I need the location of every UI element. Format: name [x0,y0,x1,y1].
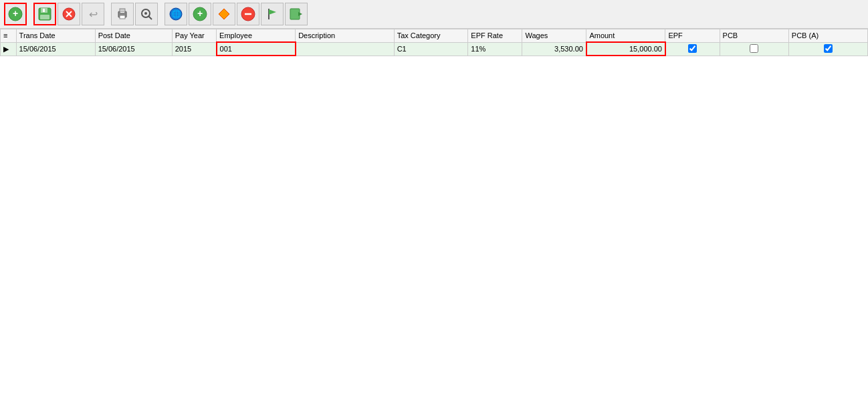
cell-epf[interactable] [665,42,720,56]
flag-button[interactable] [261,3,284,25]
exit-icon [289,7,304,21]
cell-employee[interactable]: 001 2 [217,42,296,56]
epf-checkbox[interactable] [688,44,697,53]
add-button-wrapper: 1 + [4,3,27,25]
svg-rect-12 [120,12,124,13]
cancel-icon [62,7,76,21]
refresh-button[interactable]: 🌐 [165,3,187,25]
col-header-description: Description [296,29,395,43]
svg-text:🌐: 🌐 [171,9,181,19]
svg-rect-10 [120,9,125,12]
spacer-btn-1 [28,3,32,25]
undo-button[interactable]: ↩ [82,3,104,25]
add2-icon: + [193,7,207,21]
data-table: ≡ Trans Date Post Date Pay Year Employee… [0,29,868,56]
col-header-post-date: Post Date [95,29,172,43]
wages-value: 3,530.00 [554,45,583,53]
cell-post-date: 15/06/2015 [95,42,172,56]
employee-value: 001 [220,45,232,53]
cell-trans-date: 15/06/2015 [16,42,95,56]
save-button[interactable] [33,3,56,25]
col-header-wages: Wages [522,29,586,43]
svg-line-14 [148,16,152,19]
svg-text:+: + [13,8,18,19]
col-header-amount: Amount [586,29,665,43]
col-header-tax-category: Tax Category [394,29,468,43]
svg-rect-4 [43,9,45,12]
cell-description [296,42,395,56]
col-header-employee: Employee [217,29,296,43]
trans-date-value: 15/06/2015 [19,45,56,53]
svg-point-15 [144,12,147,15]
preview-icon [140,7,153,21]
save-icon [37,7,52,21]
cell-amount[interactable]: 15,000.00 3 [586,42,665,56]
col-header-pcb: PCB [720,29,788,43]
refresh-icon: 🌐 [169,7,183,21]
col-header-pcba: PCB (A) [788,29,867,43]
row-indicator: ▶ [1,42,17,56]
table-header-row: ≡ Trans Date Post Date Pay Year Employee… [1,29,868,43]
annotation-1: 1 [5,0,9,1]
preview-button[interactable] [135,3,158,25]
undo-icon: ↩ [89,8,98,21]
svg-marker-20 [219,9,229,19]
svg-rect-11 [120,15,125,19]
cell-pcb[interactable] [720,42,788,56]
print-icon [116,7,129,21]
add2-button[interactable]: + [189,3,211,25]
col-header-indicator: ≡ [1,29,17,43]
diamond-button[interactable] [213,3,235,25]
cell-wages: 3,530.00 [522,42,586,56]
table-row: ▶ 15/06/2015 15/06/2015 2015 001 2 [1,42,868,56]
svg-marker-24 [269,9,276,15]
amount-value: 15,000.00 [629,45,662,53]
svg-rect-5 [40,15,49,19]
pcba-checkbox[interactable] [824,44,833,53]
cell-epf-rate: 11% [468,42,522,56]
col-header-pay-year: Pay Year [172,29,216,43]
svg-text:+: + [197,8,203,19]
annotation-4: 4 [35,0,39,1]
add-icon: + [8,7,23,21]
remove-icon [241,7,255,21]
pcb-checkbox[interactable] [750,44,758,53]
data-table-container: ≡ Trans Date Post Date Pay Year Employee… [0,29,868,56]
col-header-trans-date: Trans Date [16,29,95,43]
print-button[interactable] [111,3,134,25]
row-arrow: ▶ [3,45,9,53]
cell-tax-category: C1 [394,42,468,56]
save-button-wrapper: 4 [33,3,56,25]
diamond-icon [217,7,231,21]
cell-pcba[interactable] [788,42,867,56]
svg-rect-25 [290,9,300,19]
add-button[interactable]: + [4,3,27,25]
exit-button[interactable] [285,3,308,25]
cell-pay-year: 2015 [172,42,216,56]
flag-icon [265,7,279,21]
toolbar: 1 + 4 ↩ [0,0,868,29]
post-date-value: 15/06/2015 [98,45,135,53]
cancel-button[interactable] [58,3,80,25]
remove-button[interactable] [237,3,259,25]
pay-year-value: 2015 [175,45,191,53]
tax-category-value: C1 [397,45,407,53]
col-header-epf: EPF [665,29,720,43]
col-header-epf-rate: EPF Rate [468,29,522,43]
epf-rate-value: 11% [471,45,485,53]
svg-marker-26 [298,12,302,16]
